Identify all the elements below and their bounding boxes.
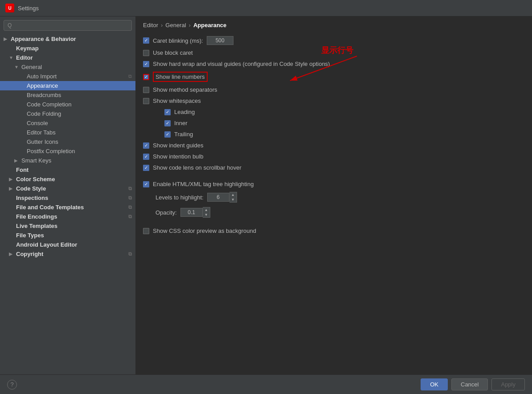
show-method-separators-checkbox[interactable] [143, 87, 149, 93]
sidebar-item-label: Code Folding [27, 110, 61, 117]
sidebar-item-code-completion[interactable]: Code Completion [0, 100, 135, 109]
help-button[interactable]: ? [7, 380, 17, 390]
sidebar-item-file-encodings[interactable]: File Encodings ⧉ [0, 212, 135, 221]
show-intention-bulb-checkbox[interactable] [143, 154, 149, 160]
annotation-chinese-label: 显示行号 [321, 45, 353, 56]
sidebar-item-label: File Types [16, 232, 44, 239]
sidebar-item-appearance-behavior[interactable]: ▶ Appearance & Behavior [0, 34, 135, 44]
copy-icon: ⧉ [128, 186, 132, 191]
breadcrumb-editor: Editor [143, 22, 158, 28]
leading-checkbox[interactable] [164, 109, 171, 115]
trailing-checkbox[interactable] [164, 131, 171, 138]
show-hard-wrap-checkbox[interactable] [143, 61, 149, 67]
settings-content: Caret blinking (ms): Use block caret Sho… [136, 32, 532, 374]
show-code-lens-label: Show code lens on scrollbar hover [153, 164, 241, 171]
breadcrumb: Editor › General › Appearance [136, 16, 532, 32]
sidebar-item-color-scheme[interactable]: ▶ Color Scheme [0, 175, 135, 184]
html-xml-label: Enable HTML/XML tag tree highlighting [153, 181, 254, 187]
show-code-lens-row: Show code lens on scrollbar hover [143, 162, 525, 173]
caret-blinking-checkbox[interactable] [143, 37, 149, 44]
arrow-icon: ▶ [9, 186, 14, 191]
sidebar-item-keymap[interactable]: Keymap [0, 44, 135, 53]
sidebar-item-label: Inspections [16, 195, 48, 201]
show-hard-wrap-row: Show hard wrap and visual guides (config… [143, 58, 525, 69]
main-panel: Editor › General › Appearance Caret blin… [136, 16, 532, 374]
levels-highlight-label: Levels to highlight: [156, 194, 204, 201]
levels-highlight-input[interactable] [207, 193, 229, 202]
sidebar-item-label: Editor Tabs [27, 129, 56, 136]
show-whitespaces-label: Show whitespaces [153, 97, 201, 104]
sidebar-item-appearance[interactable]: Appearance [0, 81, 135, 90]
show-line-numbers-checkbox[interactable] [143, 74, 149, 80]
search-input[interactable] [14, 22, 128, 28]
sidebar-item-console[interactable]: Console [0, 118, 135, 128]
sidebar-item-general[interactable]: ▼ General [0, 62, 135, 72]
show-css-color-checkbox[interactable] [143, 228, 149, 234]
button-group: OK Cancel Apply [421, 378, 525, 390]
sidebar-item-editor[interactable]: ▼ Editor [0, 53, 135, 62]
breadcrumb-general: General [165, 22, 186, 28]
inner-row: Inner [143, 118, 525, 129]
levels-highlight-row: Levels to highlight: ▲ ▼ [143, 190, 525, 205]
opacity-increment-button[interactable]: ▲ [203, 207, 210, 212]
opacity-input[interactable] [180, 208, 203, 217]
sidebar-item-label: Gutter Icons [27, 138, 58, 145]
opacity-spinner-buttons: ▲ ▼ [203, 207, 210, 218]
arrow-icon: ▼ [9, 55, 14, 60]
show-indent-guides-checkbox[interactable] [143, 142, 149, 149]
caret-blinking-input[interactable] [207, 36, 233, 45]
arrow-icon: ▶ [14, 158, 20, 163]
sidebar-item-editor-tabs[interactable]: Editor Tabs [0, 128, 135, 137]
sidebar-item-label: Code Style [16, 185, 46, 192]
sidebar-item-code-style[interactable]: ▶ Code Style ⧉ [0, 184, 135, 193]
levels-highlight-spinner[interactable]: ▲ ▼ [207, 192, 237, 203]
ok-button[interactable]: OK [421, 378, 448, 390]
sidebar-item-android-layout[interactable]: Android Layout Editor [0, 240, 135, 249]
search-box[interactable]: Q [4, 20, 132, 31]
sidebar-item-code-folding[interactable]: Code Folding [0, 109, 135, 118]
sidebar-item-inspections[interactable]: Inspections ⧉ [0, 193, 135, 203]
sidebar-item-gutter-icons[interactable]: Gutter Icons [0, 137, 135, 146]
html-xml-checkbox[interactable] [143, 181, 149, 187]
show-intention-bulb-row: Show intention bulb [143, 151, 525, 162]
title-bar: U Settings [0, 0, 532, 16]
search-icon: Q [8, 22, 12, 28]
copy-icon: ⧉ [128, 204, 132, 210]
apply-button[interactable]: Apply [491, 378, 525, 390]
use-block-caret-label: Use block caret [153, 49, 193, 56]
levels-increment-button[interactable]: ▲ [229, 192, 237, 197]
sidebar-item-label: Android Layout Editor [16, 241, 77, 248]
sidebar-item-breadcrumbs[interactable]: Breadcrumbs [0, 90, 135, 100]
sidebar-item-live-templates[interactable]: Live Templates [0, 221, 135, 231]
sidebar: Q ▶ Appearance & Behavior Keymap ▼ Edito… [0, 16, 136, 374]
opacity-spinner[interactable]: ▲ ▼ [180, 207, 210, 218]
levels-spinner-buttons: ▲ ▼ [229, 192, 237, 203]
sidebar-item-auto-import[interactable]: Auto Import ⧉ [0, 72, 135, 81]
sidebar-item-postfix-completion[interactable]: Postfix Completion [0, 146, 135, 156]
show-whitespaces-checkbox[interactable] [143, 98, 149, 104]
use-block-caret-checkbox[interactable] [143, 50, 149, 56]
show-indent-guides-row: Show indent guides [143, 140, 525, 151]
sidebar-item-copyright[interactable]: ▶ Copyright ⧉ [0, 249, 135, 259]
sidebar-item-label: Keymap [16, 45, 39, 52]
sidebar-item-label: Editor [16, 54, 33, 61]
arrow-icon: ▶ [9, 252, 14, 256]
sidebar-item-smart-keys[interactable]: ▶ Smart Keys [0, 156, 135, 165]
sidebar-item-label: Smart Keys [21, 157, 51, 164]
arrow-icon: ▼ [14, 65, 20, 69]
opacity-decrement-button[interactable]: ▼ [203, 212, 210, 217]
cancel-button[interactable]: Cancel [451, 378, 488, 390]
bottom-bar: ? OK Cancel Apply [0, 374, 532, 394]
leading-row: Leading [143, 106, 525, 118]
show-css-color-label: Show CSS color preview as background [153, 227, 256, 234]
sidebar-item-label: Appearance [27, 82, 58, 89]
sidebar-item-file-types[interactable]: File Types [0, 231, 135, 240]
show-code-lens-checkbox[interactable] [143, 165, 149, 171]
inner-checkbox[interactable] [164, 120, 171, 126]
window-title: Settings [18, 5, 39, 12]
sidebar-item-font[interactable]: Font [0, 165, 135, 175]
sidebar-item-file-code-templates[interactable]: File and Code Templates ⧉ [0, 203, 135, 212]
levels-decrement-button[interactable]: ▼ [229, 197, 237, 202]
sidebar-item-label: Console [27, 120, 48, 126]
copy-icon: ⧉ [128, 73, 132, 79]
